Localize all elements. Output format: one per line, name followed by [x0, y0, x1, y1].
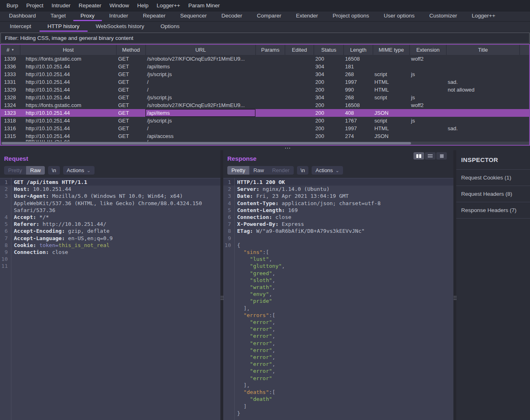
single-pane-layout-button[interactable]	[436, 152, 447, 160]
filter-bar[interactable]: Filter: Hiding CSS, image and general bi…	[0, 33, 530, 44]
tab-sequencer[interactable]: Sequencer	[173, 11, 214, 21]
cell-host: http://10.10.251.44	[20, 78, 116, 86]
tab-decoder[interactable]: Decoder	[214, 11, 249, 21]
table-row-1323[interactable]: 1323http://10.10.251.44GET/api/items2004…	[1, 109, 529, 117]
cell-method: GET	[116, 70, 145, 78]
inspector-item-request-cookies[interactable]: Request Cookies (1)	[456, 170, 530, 186]
inspector-panel: INSPECTOR Request Cookies (1)Request Hea…	[456, 150, 530, 420]
column-header-title[interactable]: Title	[446, 45, 519, 55]
tab-target[interactable]: Target	[43, 11, 73, 21]
column-header-extension[interactable]: Extension	[409, 45, 446, 55]
line-content: Accept-Language: en-US,en;q=0.9	[11, 235, 113, 242]
tab-extender[interactable]: Extender	[289, 11, 325, 21]
subtab-http-history[interactable]: HTTP history	[40, 22, 88, 32]
cell-method: GET	[116, 78, 145, 86]
split-rows-layout-button[interactable]	[425, 152, 435, 160]
table-row-1333[interactable]: 1333http://10.10.251.44GET/js/script.js3…	[1, 70, 529, 78]
cell-mime: script	[373, 70, 409, 78]
table-row-1336[interactable]: 1336http://10.10.251.44GET/api/items3041…	[1, 63, 529, 70]
cell-params	[255, 101, 285, 109]
table-row-1328[interactable]: 1328http://10.10.251.44GET/js/script.js3…	[1, 94, 529, 101]
request-actions-button[interactable]: Actions ⌄	[63, 166, 95, 175]
inspector-item-response-headers[interactable]: Response Headers (7)	[456, 202, 530, 219]
menu-item-repeater[interactable]: Repeater	[75, 0, 106, 11]
inspector-item-request-headers[interactable]: Request Headers (8)	[456, 186, 530, 202]
request-view-raw[interactable]: Raw	[26, 166, 45, 175]
editor-line: 5Referer: http://10.10.251.44/	[0, 221, 220, 228]
tab-dashboard[interactable]: Dashboard	[2, 11, 43, 21]
line-number: 3	[0, 192, 11, 199]
request-newline-button[interactable]: \n	[48, 166, 60, 175]
cell-length: 268	[343, 70, 373, 78]
cell-title	[446, 94, 519, 101]
line-number: 9	[0, 249, 11, 256]
response-editor[interactable]: 1HTTP/1.1 200 OK2Server: nginx/1.14.0 (U…	[223, 178, 453, 420]
response-view-raw[interactable]: Raw	[249, 166, 268, 175]
column-header-url[interactable]: URL	[145, 45, 255, 55]
column-header-[interactable]: #▼	[1, 45, 20, 55]
menu-item-project[interactable]: Project	[22, 0, 48, 11]
table-row-1329[interactable]: 1329http://10.10.251.44GET/200990HTMLnot…	[1, 86, 529, 94]
tab-comparer[interactable]: Comparer	[250, 11, 289, 21]
subtab-intercept[interactable]: Intercept	[2, 22, 40, 32]
cell-edited	[285, 70, 314, 78]
column-header-method[interactable]: Method	[116, 45, 145, 55]
table-row-1315[interactable]: 1315http://10.10.251.44GET/api/access200…	[1, 132, 529, 140]
table-horizontal-scrollbar[interactable]	[1, 142, 529, 145]
table-row-1331[interactable]: 1331http://10.10.251.44GET/2001997HTMLsa…	[1, 78, 529, 86]
cell-length: 274	[343, 132, 373, 140]
column-header-host[interactable]: Host	[20, 45, 116, 55]
tab-repeater[interactable]: Repeater	[136, 11, 173, 21]
column-header-mime-type[interactable]: MIME type	[373, 45, 409, 55]
table-row-1318[interactable]: 1318http://10.10.251.44GET/js/script.js2…	[1, 117, 529, 125]
column-header-length[interactable]: Length	[343, 45, 373, 55]
table-row-1324[interactable]: 1324https://fonts.gstatic.comGET/s/robot…	[1, 101, 529, 109]
response-actions-button[interactable]: Actions ⌄	[312, 166, 343, 175]
cell-title	[446, 109, 519, 117]
request-response-divider[interactable]	[220, 150, 223, 420]
cell-host: https://fonts.gstatic.com	[20, 101, 116, 109]
menu-item-help[interactable]: Help	[133, 0, 153, 11]
cell-method: GET	[116, 117, 145, 125]
response-inspector-divider[interactable]	[453, 150, 456, 420]
column-header-params[interactable]: Params	[255, 45, 285, 55]
menu-item-logger[interactable]: Logger++	[152, 0, 184, 11]
column-header-status[interactable]: Status	[314, 45, 343, 55]
column-header-edited[interactable]: Edited	[285, 45, 314, 55]
tab-project-options[interactable]: Project options	[325, 11, 376, 21]
subtab-options[interactable]: Options	[152, 22, 188, 32]
cell-status: 200	[314, 132, 343, 140]
editor-line: ],	[223, 305, 453, 312]
response-view-pretty[interactable]: Pretty	[227, 166, 249, 175]
editor-line: 9Connection: close	[0, 249, 220, 256]
table-row-1316[interactable]: 1316http://10.10.251.44GET/2001997HTMLsa…	[1, 125, 529, 132]
subtab-websockets-history[interactable]: WebSockets history	[88, 22, 152, 32]
line-number: 8	[223, 228, 234, 234]
menu-item-intruder[interactable]: Intruder	[48, 0, 75, 11]
line-number: 3	[223, 192, 234, 199]
tab-customizer[interactable]: Customizer	[422, 11, 464, 21]
scrollbar-thumb[interactable]	[2, 142, 411, 144]
chevron-down-icon: ⌄	[86, 168, 90, 173]
line-number	[223, 332, 234, 339]
request-editor[interactable]: 1GET /api/items HTTP/1.12Host: 10.10.251…	[0, 178, 220, 420]
tab-intruder[interactable]: Intruder	[102, 11, 136, 21]
line-content: {	[234, 242, 240, 249]
editor-line: "sloth",	[223, 277, 453, 284]
split-columns-layout-button[interactable]	[413, 152, 424, 160]
tab-user-options[interactable]: User options	[376, 11, 422, 21]
menu-item-burp[interactable]: Burp	[2, 0, 22, 11]
tab-proxy[interactable]: Proxy	[73, 11, 102, 21]
horizontal-splitter[interactable]	[0, 146, 530, 150]
line-number	[223, 270, 234, 277]
menu-item-window[interactable]: Window	[106, 0, 133, 11]
menu-item-param-miner[interactable]: Param Miner	[184, 0, 224, 11]
editor-line: "error",	[223, 354, 453, 361]
table-row-1339[interactable]: 1339https://fonts.gstatic.comGET/s/robot…	[1, 55, 529, 63]
tab-logger[interactable]: Logger++	[464, 11, 503, 21]
line-content: Cookie: token=this_is_not_real	[11, 242, 110, 249]
cell-id: 1318	[1, 117, 20, 125]
cell-edited	[285, 101, 314, 109]
cell-title	[446, 63, 519, 70]
response-newline-button[interactable]: \n	[297, 166, 309, 175]
